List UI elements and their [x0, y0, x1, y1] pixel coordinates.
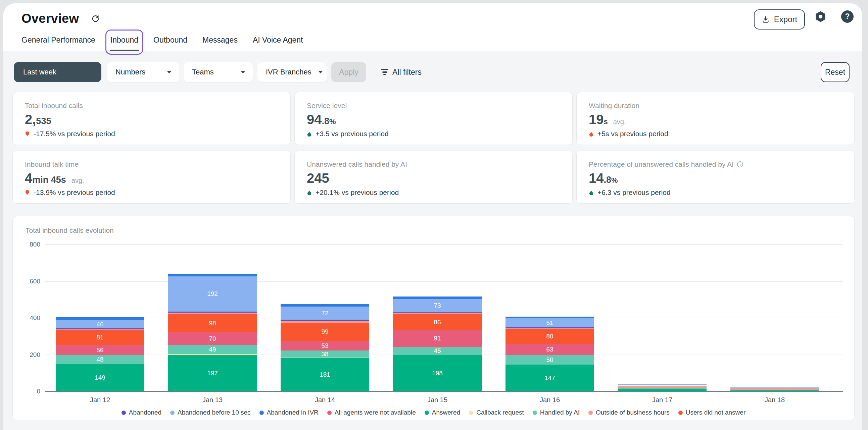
bar-segment[interactable]: 192 [168, 276, 257, 311]
legend-label: All agents were not available [335, 409, 416, 416]
legend-label: Answered [432, 409, 461, 416]
bar-segment[interactable] [168, 311, 257, 312]
gridline [45, 244, 843, 245]
legend-item[interactable]: Abandoned before 10 sec [170, 409, 251, 416]
bar-segment[interactable]: 81 [56, 330, 144, 345]
export-button[interactable]: Export [754, 9, 805, 30]
legend-item[interactable]: Outside of business hours [588, 409, 670, 416]
legend-dot [533, 410, 537, 415]
numbers-dropdown[interactable]: Numbers [107, 62, 179, 82]
tab-general-performance[interactable]: General Performance [22, 36, 95, 44]
bar-segment[interactable] [168, 354, 257, 355]
bar-segment[interactable]: 198 [393, 355, 482, 391]
bar-segment[interactable] [281, 304, 369, 306]
bar-segment[interactable]: 147 [505, 365, 594, 391]
settings-gear-icon[interactable] [814, 10, 827, 23]
bar-segment[interactable] [618, 389, 707, 391]
kpi-value: 94.8% [307, 112, 560, 127]
bar-segment[interactable] [281, 320, 369, 320]
legend-item[interactable]: Answered [425, 409, 461, 416]
bar-segment[interactable]: 70 [168, 332, 257, 345]
bar-segment[interactable]: 50 [505, 355, 594, 364]
bar-segment[interactable]: 56 [56, 345, 144, 356]
bar-segment[interactable] [56, 328, 144, 329]
legend-item[interactable]: Handled by AI [533, 409, 580, 416]
bar-segment[interactable]: 53 [281, 341, 369, 351]
bar-segment[interactable] [393, 312, 482, 312]
header: Overview Export ? General Performance In… [3, 3, 862, 51]
legend-label: Handled by AI [540, 409, 580, 416]
trend-down-icon [25, 131, 30, 136]
bar-segment[interactable] [281, 321, 369, 323]
bar-segment[interactable] [168, 312, 257, 314]
bar-segment[interactable]: 149 [56, 364, 144, 391]
bar-segment[interactable] [281, 358, 369, 358]
bar-segment[interactable]: 63 [505, 344, 594, 355]
bar-segment[interactable]: 46 [56, 320, 144, 328]
legend-item[interactable]: Abandoned [122, 409, 161, 416]
bar-segment[interactable] [393, 297, 482, 299]
bar-segment[interactable]: 38 [281, 351, 369, 358]
legend-item[interactable]: Abandoned in IVR [259, 409, 318, 416]
bar-segment[interactable]: 86 [393, 314, 482, 330]
chevron-down-icon [167, 71, 172, 73]
bar-segment[interactable]: 80 [505, 329, 594, 344]
bar-segment[interactable]: 72 [281, 306, 369, 320]
bar-segment[interactable] [168, 274, 257, 276]
x-tick-label: Jan 15 [414, 396, 461, 404]
info-icon[interactable] [737, 161, 743, 168]
bar-segment[interactable] [618, 386, 707, 388]
kpi-card: Percentage of unanswered calls handled b… [576, 151, 855, 204]
kpi-value: 2,535 [25, 112, 278, 127]
bar-segment[interactable] [393, 312, 482, 314]
bar-segment[interactable]: 49 [168, 345, 257, 354]
bar-segment[interactable]: 45 [393, 347, 482, 355]
bar-segment[interactable]: 98 [168, 314, 257, 332]
all-filters-button[interactable]: All filters [381, 62, 422, 82]
kpi-delta: -13.9% vs previous period [25, 189, 278, 197]
bar-segment[interactable]: 99 [281, 323, 369, 341]
bar-segment[interactable] [731, 388, 819, 390]
bar-segment[interactable] [56, 329, 144, 330]
plot-area: 800600400200014948568146Jan 121974970981… [45, 244, 843, 391]
legend-item[interactable]: All agents were not available [327, 409, 416, 416]
tab-outbound[interactable]: Outbound [153, 36, 187, 44]
period-filter[interactable]: Last week [14, 62, 101, 82]
help-icon[interactable]: ? [841, 10, 854, 23]
refresh-icon[interactable] [91, 14, 100, 23]
tab-messages[interactable]: Messages [203, 36, 238, 44]
ivr-branches-dropdown[interactable]: IVR Branches [257, 62, 327, 82]
bar-segment[interactable] [731, 390, 819, 391]
legend-item[interactable]: Users did not answer [678, 409, 745, 416]
teams-dropdown[interactable]: Teams [184, 62, 253, 82]
y-tick-label: 800 [24, 241, 40, 248]
tab-ai-voice-agent[interactable]: AI Voice Agent [253, 36, 303, 44]
kpi-label: Waiting duration [589, 102, 842, 110]
kpi-delta: +20.1% vs previous period [307, 189, 560, 197]
legend-label: Users did not answer [686, 409, 745, 416]
kpi-delta: +6.3 vs previous period [589, 189, 842, 197]
legend-dot [122, 410, 126, 415]
bar-segment[interactable]: 48 [56, 355, 144, 364]
legend-item[interactable]: Callback request [469, 409, 524, 416]
kpi-card: Waiting duration19savg.+5s vs previous p… [576, 92, 855, 145]
kpi-label: Percentage of unanswered calls handled b… [589, 160, 842, 168]
bar-segment[interactable] [618, 384, 707, 386]
bar-segment[interactable] [731, 390, 819, 390]
reset-button[interactable]: Reset [821, 62, 849, 82]
bar-segment[interactable] [505, 317, 594, 318]
x-tick-label: Jan 14 [302, 396, 348, 404]
bar-segment[interactable]: 197 [168, 355, 257, 391]
tab-inbound[interactable]: Inbound [111, 36, 138, 44]
bar-segment[interactable] [618, 388, 707, 389]
bar-segment[interactable] [505, 328, 594, 329]
bar-segment[interactable]: 51 [505, 318, 594, 328]
bar-segment[interactable] [731, 387, 819, 388]
trend-down-icon [25, 190, 30, 195]
bar-segment[interactable]: 91 [393, 330, 482, 347]
bar-segment[interactable]: 181 [281, 358, 369, 391]
bar-segment[interactable]: 73 [393, 299, 482, 312]
bar-segment[interactable] [56, 317, 144, 320]
apply-button[interactable]: Apply [331, 62, 366, 82]
bar-segment[interactable] [505, 327, 594, 328]
